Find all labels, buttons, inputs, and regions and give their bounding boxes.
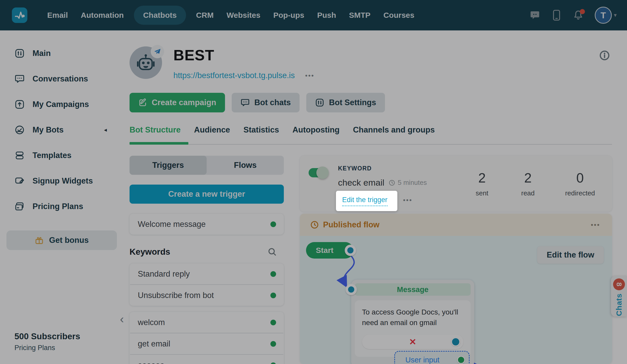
edit-flow-button[interactable]: Edit the flow [537, 246, 604, 264]
top-nav: Email Automation Chatbots CRM Websites P… [0, 0, 627, 30]
list-item-label: aaaaaa [138, 361, 164, 364]
message-text: To access Google Docs, you'll need an em… [362, 307, 463, 328]
trigger-delay: 5 minutes [389, 179, 427, 187]
sidebar-item-my-bots[interactable]: My Bots ◂ [0, 117, 124, 143]
message-output-port[interactable] [451, 337, 460, 346]
notification-badge-dot [580, 9, 585, 14]
sidebar-item-label: My Bots [33, 125, 64, 135]
list-item-welcome-message[interactable]: Welcome message [130, 214, 284, 235]
bot-header: BEST https://bestfortest-vsbot.tg.pulse.… [130, 46, 315, 80]
chats-tab-label: Chats [615, 293, 623, 316]
sidebar-item-my-campaigns[interactable]: My Campaigns [0, 92, 124, 117]
structure-left-panel: Triggers Flows Create a new trigger Welc… [130, 156, 284, 364]
nav-item-popups[interactable]: Pop-ups [267, 0, 311, 30]
sidebar-item-label: Templates [33, 151, 71, 160]
tab-statistics[interactable]: Statistics [244, 125, 279, 141]
bot-meta: BEST https://bestfortest-vsbot.tg.pulse.… [173, 46, 315, 80]
sendpulse-logo[interactable] [12, 7, 27, 23]
flow-menu-dots[interactable]: ••• [591, 221, 600, 229]
bot-chats-icon [240, 98, 250, 107]
list-item-welcom[interactable]: welcom [130, 312, 284, 333]
start-node[interactable]: Start [306, 242, 353, 259]
list-item-standard-reply[interactable]: Standard reply [130, 263, 284, 284]
message-fail-row[interactable]: ✕ [362, 335, 463, 349]
stat-value: 2 [467, 170, 497, 186]
chats-side-tab[interactable]: 8 Chats [611, 276, 627, 317]
keyword-list-card: Standard reply Unsubscribe from bot [130, 263, 284, 306]
pricing-cards-icon [14, 201, 25, 212]
user-input-label: User input [405, 356, 439, 364]
sidebar-item-pricing-plans[interactable]: Pricing Plans [0, 194, 124, 219]
list-item-unsubscribe[interactable]: Unsubscribe from bot [130, 285, 284, 306]
sidebar-item-main[interactable]: Main [0, 40, 124, 66]
bot-url-link[interactable]: https://bestfortest-vsbot.tg.pulse.is [173, 71, 295, 80]
nav-item-courses[interactable]: Courses [377, 0, 421, 30]
list-item-label: welcom [138, 318, 165, 327]
edit-trigger-link[interactable]: Edit the trigger [342, 196, 388, 206]
mobile-app-icon[interactable] [551, 10, 562, 21]
user-input-output-port[interactable] [457, 356, 465, 364]
trigger-menu-dots[interactable]: ••• [403, 196, 412, 204]
sidebar-collapse-chevron[interactable]: ‹ [120, 313, 124, 325]
info-icon[interactable] [599, 50, 610, 61]
avatar: T [595, 7, 612, 24]
published-flow-card: Published flow ••• [300, 214, 612, 364]
list-item-partial[interactable]: aaaaaa [130, 355, 284, 364]
active-status-dot [270, 362, 276, 364]
flow-canvas[interactable]: Start Edit the flow Message To access Go… [300, 236, 612, 364]
telegram-plane-icon [153, 47, 162, 56]
pricing-plans-link[interactable]: Pricing Plans [14, 344, 80, 352]
sidebar-item-signup-widgets[interactable]: Signup Widgets [0, 168, 124, 194]
nav-item-push[interactable]: Push [311, 0, 342, 30]
trigger-enabled-toggle[interactable] [309, 168, 326, 177]
bot-name: BEST [173, 46, 315, 64]
stat-value: 2 [512, 170, 543, 186]
clock-icon [389, 179, 395, 186]
nav-item-automation[interactable]: Automation [74, 0, 130, 30]
account-menu[interactable]: T ▾ [595, 7, 617, 24]
toggle-knob [316, 167, 329, 179]
sidebar-item-label: Signup Widgets [33, 176, 93, 186]
bot-menu-dots[interactable]: ••• [305, 72, 314, 80]
bot-chats-label: Bot chats [254, 98, 291, 107]
list-item-get-email[interactable]: get email [130, 333, 284, 354]
compose-icon [138, 98, 147, 107]
campaign-upload-icon [14, 99, 25, 110]
list-item-label: Unsubscribe from bot [138, 291, 214, 300]
sidebar-item-templates[interactable]: Templates [0, 143, 124, 168]
create-trigger-button[interactable]: Create a new trigger [130, 185, 284, 204]
bot-chats-button[interactable]: Bot chats [232, 93, 300, 112]
nav-item-chatbots[interactable]: Chatbots [134, 6, 186, 25]
search-icon[interactable] [267, 247, 277, 257]
segment-triggers[interactable]: Triggers [130, 156, 207, 175]
app-root: Email Automation Chatbots CRM Websites P… [0, 0, 627, 364]
start-output-port[interactable] [345, 245, 356, 256]
support-chat-icon[interactable] [530, 10, 540, 21]
get-bonus-button[interactable]: Get bonus [6, 230, 117, 250]
sidebar-item-conversations[interactable]: Conversations [0, 66, 124, 92]
nav-item-websites[interactable]: Websites [220, 0, 267, 30]
tab-channels-groups[interactable]: Channels and groups [353, 125, 435, 141]
nav-item-smtp[interactable]: SMTP [343, 0, 377, 30]
bot-avatar[interactable] [130, 46, 162, 79]
create-campaign-label: Create campaign [152, 98, 216, 107]
tabs-divider [130, 144, 612, 145]
create-campaign-button[interactable]: Create campaign [130, 93, 225, 112]
subscriber-count: 500 Subscribers [14, 332, 80, 341]
templates-stack-icon [14, 150, 25, 161]
published-flow-label: Published flow [310, 220, 380, 229]
tab-autoposting[interactable]: Autoposting [292, 125, 340, 141]
trigger-type-label: KEYWORD [338, 165, 427, 172]
notifications-bell-icon[interactable] [573, 10, 583, 21]
nav-item-email[interactable]: Email [41, 0, 74, 30]
user-input-node[interactable]: User input [394, 351, 470, 364]
tab-audience[interactable]: Audience [194, 125, 230, 141]
tab-bot-structure[interactable]: Bot Structure [130, 125, 181, 141]
segment-flows[interactable]: Flows [207, 156, 284, 175]
active-status-dot [270, 293, 276, 298]
collapse-triangle-icon[interactable]: ◂ [104, 127, 107, 133]
nav-item-crm[interactable]: CRM [190, 0, 220, 30]
message-node-header[interactable]: Message [355, 283, 471, 296]
message-input-port[interactable] [345, 284, 357, 295]
bot-settings-button[interactable]: Bot Settings [306, 93, 385, 112]
